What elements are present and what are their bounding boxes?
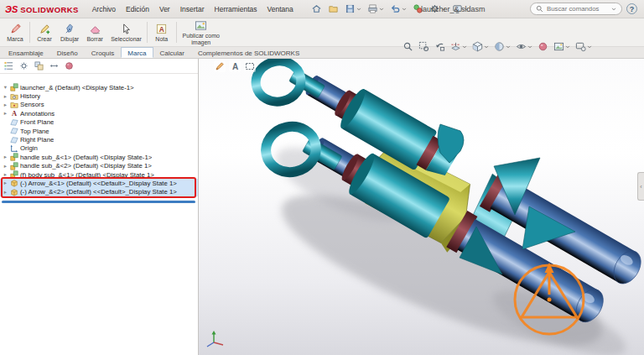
nota-icon: A (155, 23, 168, 35)
expander-icon[interactable]: ▸ (3, 110, 8, 117)
command-search[interactable] (530, 3, 622, 15)
displaymanager-tab[interactable] (63, 60, 75, 71)
tab-croquis[interactable]: Croquis (85, 47, 122, 58)
rollback-bar[interactable] (2, 201, 195, 203)
plane-icon (10, 118, 18, 127)
expander-icon[interactable]: ▾ (3, 84, 8, 91)
section-view-button[interactable] (449, 40, 468, 53)
markup-text-button[interactable]: A (229, 60, 241, 72)
configurationmanager-tab[interactable] (33, 60, 45, 71)
view-settings-button[interactable] (574, 40, 593, 53)
dimxpertmanager-tab[interactable] (48, 60, 60, 71)
seleccionar-button[interactable]: Seleccionar (107, 19, 145, 45)
edit-appearance-icon (538, 41, 548, 52)
open-button[interactable] (327, 3, 340, 15)
apply-scene-caret-icon (565, 44, 570, 50)
save-button[interactable] (344, 3, 362, 15)
hide-show-items-button[interactable] (515, 40, 533, 53)
marca-icon (9, 23, 22, 35)
zoom-area-button[interactable] (418, 40, 430, 53)
expander-icon[interactable]: ▸ (3, 154, 8, 160)
tab-diseño[interactable]: Diseño (50, 47, 85, 58)
help-button[interactable]: ? (626, 3, 637, 14)
marca-button[interactable]: Marca (3, 19, 28, 45)
tree-item[interactable]: ▾launcher_& (Default) <Display State-1> (0, 83, 198, 91)
tree-item[interactable]: ▸Sensors (0, 101, 198, 109)
tree-item-label: Right Plane (20, 136, 54, 144)
dimxpertmanager-icon (49, 61, 59, 70)
markup-pencil-button[interactable] (214, 60, 226, 72)
edit-appearance-button[interactable] (537, 40, 549, 53)
tree-item[interactable]: Right Plane (0, 135, 198, 144)
view-orientation-caret-icon (484, 44, 489, 50)
search-caret-icon[interactable] (611, 7, 616, 12)
crear-button[interactable]: Crear (32, 19, 57, 45)
expander-icon[interactable]: ▸ (3, 163, 8, 170)
view-orientation-icon (472, 41, 483, 52)
model-handle-ring-1[interactable] (252, 59, 305, 106)
task-pane-tab[interactable]: ‹ (637, 172, 644, 201)
borrar-button[interactable]: Borrar (82, 19, 107, 45)
tree-item-label: Top Plane (20, 128, 49, 135)
ribbon-separator (29, 22, 30, 43)
chevron-left-icon: ‹ (640, 184, 641, 190)
menu-bar-items: ArchivoEdiciónVerInsertarHerramientasVen… (87, 2, 299, 17)
apply-scene-button[interactable] (553, 40, 571, 53)
menu-archivo[interactable]: Archivo (87, 2, 121, 17)
search-input[interactable] (547, 5, 608, 13)
home-button[interactable] (310, 3, 323, 15)
tab-calcular[interactable]: Calcular (153, 47, 191, 58)
menu-ver[interactable]: Ver (154, 2, 175, 17)
configurationmanager-icon (34, 61, 44, 70)
tab-marca[interactable]: Marca (121, 47, 153, 58)
zoom-area-icon (418, 41, 429, 52)
menu-edición[interactable]: Edición (121, 2, 154, 17)
tree-item[interactable]: Front Plane (0, 118, 198, 127)
tree-item[interactable]: ▸History (0, 91, 198, 100)
assembly-icon (10, 153, 18, 161)
publicar-button[interactable]: Publicar como imagen (179, 19, 224, 45)
featuremanager-tab[interactable] (3, 60, 15, 71)
viewport-canvas[interactable] (199, 59, 644, 355)
markup-rectangle[interactable] (1, 177, 196, 198)
nota-button[interactable]: ANota (149, 19, 174, 45)
previous-view-button[interactable] (434, 40, 446, 53)
expander-icon[interactable]: ▸ (3, 93, 8, 100)
tree-item[interactable]: Origin (0, 144, 198, 153)
tree-item[interactable]: ▸handle sub_&<2> (Default) <Display Stat… (0, 162, 198, 170)
view-orientation-button[interactable] (471, 40, 490, 53)
svg-text:A: A (232, 62, 238, 71)
dibujar-button[interactable]: Dibujar (57, 19, 82, 45)
sensors-icon (10, 101, 18, 109)
svg-text:A: A (159, 24, 164, 33)
open-icon (328, 3, 339, 14)
propertymanager-tab[interactable] (18, 60, 30, 71)
zoom-fit-button[interactable] (402, 40, 414, 53)
tree-item-label: Annotations (20, 110, 55, 117)
menu-ventana[interactable]: Ventana (262, 2, 299, 17)
menu-insertar[interactable]: Insertar (175, 2, 210, 17)
tab-complementos-de-solidworks[interactable]: Complementos de SOLIDWORKS (191, 47, 306, 58)
print-button[interactable] (366, 3, 385, 15)
tree-item[interactable]: ▸AAnnotations (0, 109, 198, 117)
markup-view-button[interactable] (244, 60, 256, 72)
expander-icon[interactable]: ▸ (3, 102, 8, 108)
undo-button[interactable] (389, 3, 408, 15)
undo-caret-icon (402, 7, 407, 12)
plane-icon (10, 136, 18, 144)
menu-herramientas[interactable]: Herramientas (210, 2, 262, 17)
ribbon-separator (147, 22, 148, 43)
ribbon-button-label: Marca (7, 36, 23, 43)
ribbon-button-label: Seleccionar (111, 36, 142, 43)
panel-tab-bar (0, 59, 198, 74)
tree-item[interactable]: Top Plane (0, 127, 198, 135)
graphics-viewport[interactable]: A ‹ (199, 59, 644, 355)
tree-item[interactable]: ▸handle sub_&<1> (Default) <Display Stat… (0, 153, 198, 161)
tab-ensamblaje[interactable]: Ensamblaje (2, 47, 50, 58)
borrar-icon (89, 23, 101, 35)
display-style-button[interactable] (493, 40, 512, 53)
document-title: launcher_&.sldasm (421, 0, 486, 18)
search-icon (536, 5, 543, 13)
origin-icon (10, 144, 18, 153)
display-style-icon (494, 41, 505, 52)
